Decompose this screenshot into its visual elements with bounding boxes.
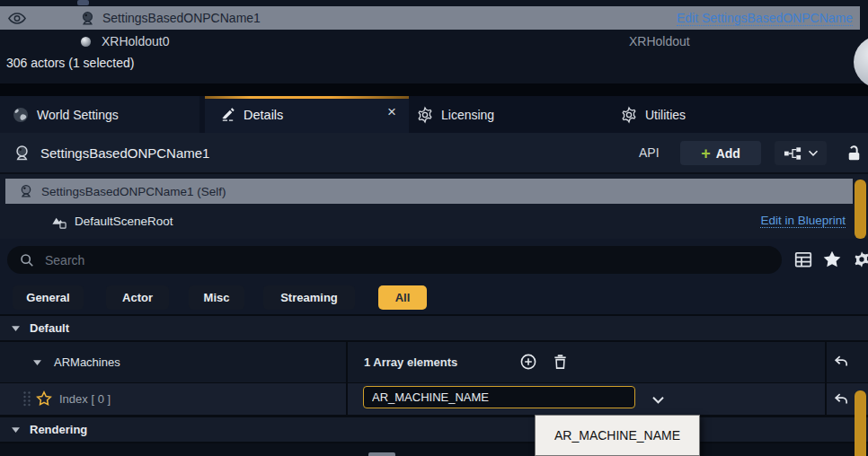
outliner-actor-name: SettingsBasedONPCName1 <box>102 11 261 25</box>
sphere-actor-icon <box>78 34 93 49</box>
property-row-armachines[interactable]: ARMachines 1 Array elements <box>0 342 868 382</box>
settings-gear-icon[interactable] <box>852 250 868 273</box>
filter-actor-button[interactable]: Actor <box>106 285 169 310</box>
outliner-actor-type: XRHoldout <box>629 34 690 48</box>
outliner-row-selected[interactable]: SettingsBasedONPCName1 Edit SettingsBase… <box>0 6 860 30</box>
active-tab-accent <box>205 96 409 99</box>
component-tree: SettingsBasedONPCName1 (Self) DefaultSce… <box>0 174 868 239</box>
filter-general-button[interactable]: General <box>13 285 84 310</box>
filter-streaming-button[interactable]: Streaming <box>263 285 355 310</box>
filter-all-button[interactable]: All <box>378 285 427 310</box>
component-root-label: DefaultSceneRoot <box>75 215 173 228</box>
tab-details[interactable]: Details × <box>205 96 409 133</box>
add-array-element-icon[interactable] <box>519 353 537 371</box>
details-title: SettingsBasedONPCName1 <box>40 145 209 161</box>
tab-world-settings[interactable]: World Settings <box>0 96 199 133</box>
scrollbar-thumb-components[interactable] <box>855 180 866 239</box>
component-row-scene-root[interactable]: DefaultSceneRoot Edit in Blueprint <box>5 208 853 233</box>
partial-widget-below <box>368 452 395 456</box>
scrollbar-thumb-properties[interactable] <box>855 390 866 456</box>
display-grid-icon[interactable] <box>793 250 813 273</box>
search-input[interactable] <box>43 252 730 268</box>
panel-separator <box>0 83 868 96</box>
section-label: Default <box>30 321 69 335</box>
gear-icon <box>416 106 434 124</box>
search-and-filters: General Actor Misc Streaming All <box>0 239 868 316</box>
gear-icon <box>620 106 638 124</box>
section-header-rendering[interactable]: Rendering <box>0 417 868 442</box>
property-label: Index [ 0 ] <box>59 392 111 406</box>
outliner-row-xrholdout[interactable]: XRHoldout0 XRHoldout <box>0 30 860 53</box>
reset-to-default-icon[interactable] <box>833 354 849 370</box>
details-pencil-icon <box>219 106 236 123</box>
property-row-index-0[interactable]: Index [ 0 ] <box>0 383 868 415</box>
component-self-label: SettingsBasedONPCName1 (Self) <box>41 185 226 198</box>
section-label: Rendering <box>30 423 87 436</box>
tab-licensing[interactable]: Licensing <box>409 96 611 133</box>
scene-outliner: SettingsBasedONPCName1 Edit SettingsBase… <box>0 0 868 83</box>
tab-label: Licensing <box>441 108 494 122</box>
value-tooltip: AR_MACHINE_NAME <box>535 415 700 456</box>
add-component-button[interactable]: + Add <box>680 141 761 165</box>
details-header: SettingsBasedONPCName1 API + Add <box>0 133 868 172</box>
section-header-default[interactable]: Default <box>0 316 868 340</box>
plus-icon: + <box>701 145 711 162</box>
scene-root-icon <box>50 213 67 230</box>
globe-icon <box>12 106 30 124</box>
collapse-triangle-icon[interactable] <box>32 359 42 366</box>
outliner-partial-row-icon <box>77 0 89 5</box>
tab-label: World Settings <box>37 108 119 122</box>
outliner-actor-name: XRHoldout0 <box>102 34 170 48</box>
property-label: ARMachines <box>54 355 120 369</box>
node-hierarchy-icon <box>784 146 802 161</box>
trash-icon[interactable] <box>552 353 569 371</box>
chevron-down-icon <box>808 149 819 157</box>
actor-camera-icon <box>79 10 96 27</box>
lock-open-icon[interactable] <box>845 141 868 165</box>
tab-label: Details <box>244 108 283 122</box>
favorites-star-icon[interactable] <box>822 250 842 273</box>
column-divider <box>825 341 827 415</box>
unreal-editor-details-panel: SettingsBasedONPCName1 Edit SettingsBase… <box>0 0 868 456</box>
component-row-self[interactable]: SettingsBasedONPCName1 (Self) <box>5 179 853 204</box>
actor-camera-icon <box>18 183 34 199</box>
tooltip-text: AR_MACHINE_NAME <box>554 428 680 443</box>
collapse-triangle-icon[interactable] <box>11 426 21 434</box>
actor-camera-icon <box>13 144 31 162</box>
edit-in-blueprint-link[interactable]: Edit in Blueprint <box>760 214 846 228</box>
add-label: Add <box>716 146 740 161</box>
chevron-down-icon[interactable] <box>651 395 665 405</box>
collapse-triangle-icon[interactable] <box>11 325 21 332</box>
tab-label: Utilities <box>645 108 686 122</box>
edit-actor-type-link[interactable]: Edit SettingsBasedONPCName <box>677 11 853 26</box>
visibility-eye-icon[interactable] <box>8 12 26 25</box>
search-bar[interactable] <box>7 246 782 274</box>
filter-misc-button[interactable]: Misc <box>189 285 244 310</box>
outliner-status-text: 306 actors (1 selected) <box>6 56 134 70</box>
index-value-input[interactable] <box>363 386 635 408</box>
tab-utilities[interactable]: Utilities <box>613 96 793 133</box>
api-button[interactable]: API <box>639 145 660 160</box>
drag-handle-dots-icon[interactable] <box>22 390 31 408</box>
panel-bottom <box>0 443 868 456</box>
tab-bar: World Settings Details × Licensing Utili… <box>0 96 868 133</box>
column-divider <box>346 341 348 415</box>
tab-close-icon[interactable]: × <box>387 104 396 119</box>
favorite-star-icon[interactable] <box>36 390 52 407</box>
blueprint-hierarchy-dropdown-button[interactable] <box>775 141 827 165</box>
array-summary: 1 Array elements <box>364 355 457 369</box>
reset-to-default-icon[interactable] <box>833 391 849 408</box>
search-icon <box>20 253 34 267</box>
